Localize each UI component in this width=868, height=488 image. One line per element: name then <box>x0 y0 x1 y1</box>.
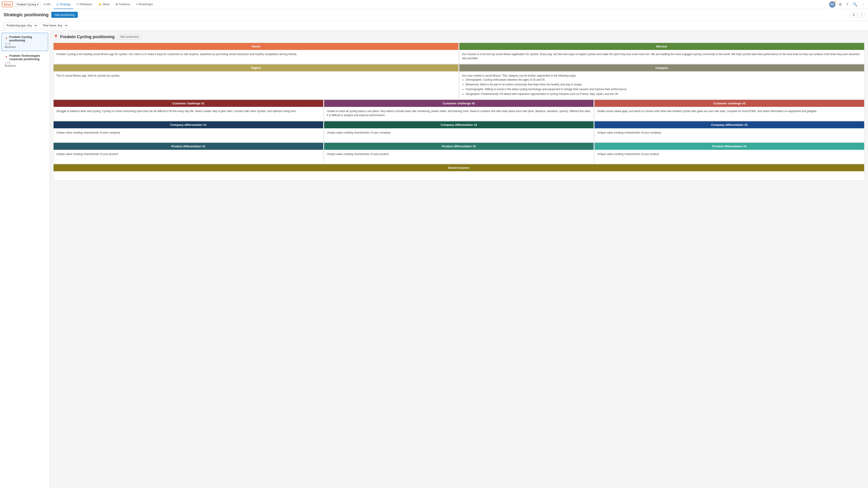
tagline-card: Tagline The #1 social fitness app, built… <box>53 64 459 99</box>
company-diff2-body: Unique value creating characteristic of … <box>324 128 594 142</box>
chevron-down-icon: ▾ <box>37 3 38 6</box>
type-value: Business <box>5 45 45 48</box>
tab-releases[interactable]: 🏷 Releases <box>74 0 95 9</box>
product-diff1-body: Unique value creating characteristic of … <box>54 150 323 163</box>
brand-header: Brand essence <box>54 164 864 171</box>
product-name: Fredwin Cycling <box>17 3 36 6</box>
category-list: Demographic: Cycling enthusiasts between… <box>462 78 862 96</box>
brand-card: Brand essence <box>53 164 864 181</box>
vision-mission-row: Vision Fredwin Cycling is the leading so… <box>53 43 864 64</box>
type-label: TYPE <box>5 43 45 45</box>
challenge2-header: Customer challenge #2 <box>324 100 594 107</box>
releases-icon: 🏷 <box>76 3 79 6</box>
challenge3-header: Customer challenge #3 <box>594 100 864 107</box>
positioning-type-filter[interactable]: Positioning type: Any <box>4 23 38 29</box>
sidebar-item-fredwin-cycling[interactable]: 📍 Fredwin Cycling positioning TYPE Busin… <box>1 33 48 51</box>
challenge3-body: Dislike social media apps, but wants to … <box>594 107 864 121</box>
features-icon: ⊞ <box>116 3 118 6</box>
content-header: 📍 Fredwin Cycling positioning Add compon… <box>53 34 864 39</box>
mission-card: Mission Our mission is to be the top soc… <box>459 43 864 64</box>
sidebar: 📍 Fredwin Cycling positioning TYPE Busin… <box>0 31 50 488</box>
list-item: Demographic: Cycling enthusiasts between… <box>466 78 862 82</box>
time-frame-filter[interactable]: Time frame: Any <box>39 23 68 29</box>
tab-roadmaps[interactable]: ≡ Roadmaps <box>133 0 156 9</box>
list-item: Psychographic: Willing to invest in the … <box>466 87 862 91</box>
product-diff2-body: Unique value creating characteristic of … <box>324 150 594 163</box>
vision-card: Vision Fredwin Cycling is the leading so… <box>53 43 459 64</box>
product-diff-row: Product differentiator #1 Unique value c… <box>53 142 864 164</box>
brand-row: Brand essence <box>53 164 864 181</box>
vision-body: Fredwin Cycling is the leading social fi… <box>54 50 458 64</box>
tab-strategy[interactable]: ◎ Strategy <box>54 0 73 9</box>
tagline-header: Tagline <box>54 64 458 71</box>
type-value: Business <box>5 64 45 67</box>
page-header-actions: ⬆ + <box>850 12 864 18</box>
product-diff3-header: Product differentiator #3 <box>594 143 864 150</box>
product-diff1-card: Product differentiator #1 Unique value c… <box>53 142 323 164</box>
list-item: Geographic: Predominantly US based with … <box>466 92 862 96</box>
content-area: 📍 Fredwin Cycling positioning Add compon… <box>50 31 868 488</box>
help-button[interactable]: ? <box>845 2 850 7</box>
company-diff3-header: Company differentiator #3 <box>594 121 864 128</box>
product-diff3-body: Unique value creating characteristic of … <box>594 150 864 163</box>
mission-header: Mission <box>459 43 864 50</box>
mission-body: Our mission is to be the top social fitn… <box>459 50 864 64</box>
avatar[interactable]: FC <box>829 1 835 8</box>
page-title: Strategic positioning <box>4 12 49 18</box>
challenge3-card: Customer challenge #3 Dislike social med… <box>594 100 864 121</box>
tab-info[interactable]: ℹ Info <box>41 0 53 9</box>
roadmaps-icon: ≡ <box>136 3 138 6</box>
share-button[interactable]: ⬆ <box>850 12 857 18</box>
nav-bar: Aha! Fredwin Cycling ▾ ℹ Info ◎ Strategy… <box>0 0 868 9</box>
challenge1-body: Struggle to balance work and cycling. Cy… <box>54 107 323 121</box>
filter-bar: Positioning type: Any Time frame: Any <box>0 21 868 31</box>
company-diff1-header: Company differentiator #1 <box>54 121 323 128</box>
product-selector[interactable]: Fredwin Cycling ▾ <box>15 2 40 7</box>
product-diff2-header: Product differentiator #2 <box>324 143 594 150</box>
pin-icon: 📍 <box>5 56 8 59</box>
nav-right: FC ⚙ ? 🔍 ··· <box>829 1 866 8</box>
add-component-button[interactable]: Add component <box>117 34 141 39</box>
notification-badge <box>834 1 836 3</box>
product-diff2-card: Product differentiator #2 Unique value c… <box>324 142 594 164</box>
type-label: TYPE <box>5 62 45 64</box>
expand-button[interactable]: + <box>859 12 864 18</box>
challenge2-card: Customer challenge #2 Unable to track al… <box>324 100 594 121</box>
tagline-body: The #1 social fitness app, built for cyc… <box>54 71 458 85</box>
search-button[interactable]: 🔍 <box>851 1 859 7</box>
company-diff2-card: Company differentiator #2 Unique value c… <box>324 121 594 142</box>
tab-ideas[interactable]: 💡 Ideas <box>95 0 112 9</box>
company-diff-row: Company differentiator #1 Unique value c… <box>53 121 864 142</box>
challenge1-card: Customer challenge #1 Struggle to balanc… <box>53 100 323 121</box>
company-diff2-header: Company differentiator #2 <box>324 121 594 128</box>
challenge1-header: Customer challenge #1 <box>54 100 323 107</box>
sidebar-item-fredwin-tech[interactable]: 📍 Fredwin Technologies corporate positio… <box>1 52 48 70</box>
brand-body <box>54 171 864 180</box>
aha-logo[interactable]: Aha! <box>2 2 13 7</box>
category-header: Category <box>459 64 864 71</box>
pin-icon: 📍 <box>5 37 8 40</box>
company-diff1-card: Company differentiator #1 Unique value c… <box>53 121 323 142</box>
company-diff1-body: Unique value creating characteristic of … <box>54 128 323 142</box>
challenge2-body: Unable to track all cycling data in one … <box>324 107 594 121</box>
ideas-icon: 💡 <box>98 3 101 6</box>
page-header: Strategic positioning Add positioning ⬆ … <box>0 9 868 21</box>
more-button[interactable]: ··· <box>861 2 866 7</box>
tagline-category-row: Tagline The #1 social fitness app, built… <box>53 64 864 99</box>
tab-features[interactable]: ⊞ Features <box>113 0 133 9</box>
product-diff3-card: Product differentiator #3 Unique value c… <box>594 142 864 164</box>
challenges-row: Customer challenge #1 Struggle to balanc… <box>53 100 864 121</box>
add-positioning-button[interactable]: Add positioning <box>51 12 78 18</box>
pin-icon: 📍 <box>53 34 58 39</box>
strategy-icon: ◎ <box>56 3 59 6</box>
company-diff3-card: Company differentiator #3 Unique value c… <box>594 121 864 142</box>
product-diff1-header: Product differentiator #1 <box>54 143 323 150</box>
content-title: 📍 Fredwin Cycling positioning <box>53 34 115 39</box>
category-body: Our core market is social fitness. This … <box>459 71 864 99</box>
settings-button[interactable]: ⚙ <box>837 1 843 7</box>
company-diff3-body: Unique value creating characteristic of … <box>594 128 864 142</box>
vision-header: Vision <box>54 43 458 50</box>
info-icon: ℹ <box>43 3 45 6</box>
list-item: Behavioral: Want to be part of an active… <box>466 83 862 87</box>
main-layout: 📍 Fredwin Cycling positioning TYPE Busin… <box>0 31 868 488</box>
